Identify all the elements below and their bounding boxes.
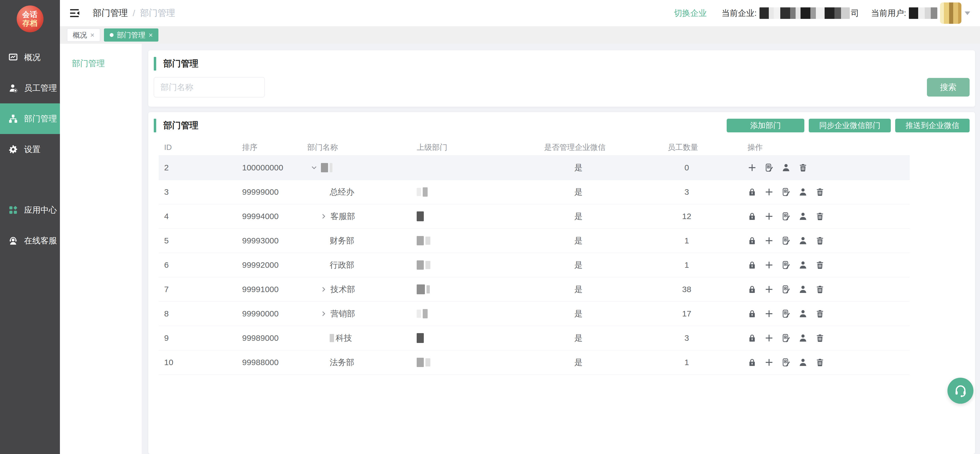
cell-department-name: 科技 xyxy=(307,333,417,344)
table-row: 1099988000法务部是1 xyxy=(159,350,910,375)
lock-button[interactable] xyxy=(748,309,757,318)
headset-icon xyxy=(954,384,967,398)
cell-sort: 99991000 xyxy=(242,285,307,294)
manage-wechat-value: 是 xyxy=(544,235,582,246)
delete-button[interactable] xyxy=(815,285,825,294)
delete-icon xyxy=(815,285,825,294)
tab-active[interactable]: 部门管理× xyxy=(104,29,158,41)
delete-button[interactable] xyxy=(815,333,825,343)
cell-employee-count: 1 xyxy=(668,358,748,367)
lock-button[interactable] xyxy=(748,358,757,367)
cell-manage-wechat: 是 xyxy=(544,333,668,344)
delete-button[interactable] xyxy=(815,212,825,221)
cell-manage-wechat: 是 xyxy=(544,308,668,319)
table-action-button-1[interactable]: 同步企业微信部门 xyxy=(809,119,891,132)
plus-button[interactable] xyxy=(748,163,757,172)
edit-button[interactable] xyxy=(781,236,791,245)
edit-icon xyxy=(781,333,791,343)
app-logo: 会话 存档 xyxy=(17,5,43,32)
delete-button[interactable] xyxy=(798,163,808,172)
lock-button[interactable] xyxy=(748,285,757,294)
plus-button[interactable] xyxy=(764,309,774,318)
cell-sort: 99992000 xyxy=(242,260,307,270)
tab-close-icon[interactable]: × xyxy=(90,31,94,40)
delete-button[interactable] xyxy=(815,187,825,197)
column-header: 员工数量 xyxy=(668,142,748,152)
lock-button[interactable] xyxy=(748,236,757,245)
delete-button[interactable] xyxy=(815,260,825,270)
switch-company-link[interactable]: 切换企业 xyxy=(674,8,707,19)
plus-button[interactable] xyxy=(764,187,774,197)
chevron-right-icon[interactable] xyxy=(320,212,328,221)
lock-button[interactable] xyxy=(748,260,757,270)
sidebar-item-department[interactable]: 部门管理 xyxy=(0,103,60,134)
cell-department-name: 技术部 xyxy=(307,284,417,295)
edit-button[interactable] xyxy=(781,212,791,221)
department-name: 技术部 xyxy=(331,284,355,295)
employee-count-value: 1 xyxy=(668,260,706,270)
chevron-right-icon[interactable] xyxy=(320,310,328,318)
plus-icon xyxy=(764,285,774,294)
cell-sort: 99993000 xyxy=(242,236,307,245)
member-button[interactable] xyxy=(798,358,808,367)
plus-button[interactable] xyxy=(764,333,774,343)
employee-count-value: 0 xyxy=(668,163,706,172)
member-button[interactable] xyxy=(798,333,808,343)
sidebar-item-apps[interactable]: 应用中心 xyxy=(0,195,60,225)
tab-inactive[interactable]: 概况× xyxy=(67,29,100,41)
user-menu[interactable] xyxy=(940,2,970,24)
sidebar-item-staff[interactable]: 员工管理 xyxy=(0,73,60,103)
delete-button[interactable] xyxy=(815,358,825,367)
plus-button[interactable] xyxy=(764,212,774,221)
plus-button[interactable] xyxy=(764,260,774,270)
member-button[interactable] xyxy=(798,212,808,221)
subnav-item-department[interactable]: 部门管理 xyxy=(60,55,142,71)
member-button[interactable] xyxy=(798,285,808,294)
plus-button[interactable] xyxy=(764,236,774,245)
plus-button[interactable] xyxy=(764,285,774,294)
cell-actions xyxy=(748,333,910,343)
sidebar-item-settings[interactable]: 设置 xyxy=(0,134,60,165)
lock-button[interactable] xyxy=(748,187,757,197)
member-button[interactable] xyxy=(798,309,808,318)
plus-button[interactable] xyxy=(764,358,774,367)
tab-close-icon[interactable]: × xyxy=(148,31,153,40)
edit-button[interactable] xyxy=(781,260,791,270)
caret-down-icon[interactable] xyxy=(965,11,970,15)
member-button[interactable] xyxy=(798,236,808,245)
search-button[interactable]: 搜索 xyxy=(927,78,970,97)
collapse-menu-icon[interactable] xyxy=(69,7,80,19)
edit-button[interactable] xyxy=(764,163,774,172)
table-row: 999989000科技是3 xyxy=(159,326,910,350)
redacted-block xyxy=(423,187,428,197)
member-button[interactable] xyxy=(781,163,791,172)
table-action-button-0[interactable]: 添加部门 xyxy=(727,119,804,132)
cell-id: 3 xyxy=(159,187,242,197)
edit-button[interactable] xyxy=(781,333,791,343)
chevron-down-icon[interactable] xyxy=(310,164,318,172)
plus-icon xyxy=(764,187,774,197)
edit-button[interactable] xyxy=(781,187,791,197)
online-service-fab[interactable] xyxy=(947,378,974,404)
delete-icon xyxy=(798,163,808,172)
edit-button[interactable] xyxy=(781,285,791,294)
company-name-redacted xyxy=(759,7,850,19)
sidebar-item-dashboard[interactable]: 概况 xyxy=(0,42,60,73)
delete-icon xyxy=(815,358,825,367)
edit-button[interactable] xyxy=(781,309,791,318)
chevron-right-icon[interactable] xyxy=(320,285,328,294)
delete-button[interactable] xyxy=(815,236,825,245)
edit-button[interactable] xyxy=(781,358,791,367)
avatar[interactable] xyxy=(940,2,961,24)
department-name-input[interactable] xyxy=(154,77,265,97)
delete-icon xyxy=(815,187,825,197)
plus-icon xyxy=(764,358,774,367)
lock-button[interactable] xyxy=(748,333,757,343)
member-button[interactable] xyxy=(798,187,808,197)
breadcrumb-parent[interactable]: 部门管理 xyxy=(93,7,128,19)
member-button[interactable] xyxy=(798,260,808,270)
lock-button[interactable] xyxy=(748,212,757,221)
sidebar-item-service[interactable]: 在线客服 xyxy=(0,225,60,256)
table-action-button-2[interactable]: 推送到企业微信 xyxy=(895,119,970,132)
delete-button[interactable] xyxy=(815,309,825,318)
